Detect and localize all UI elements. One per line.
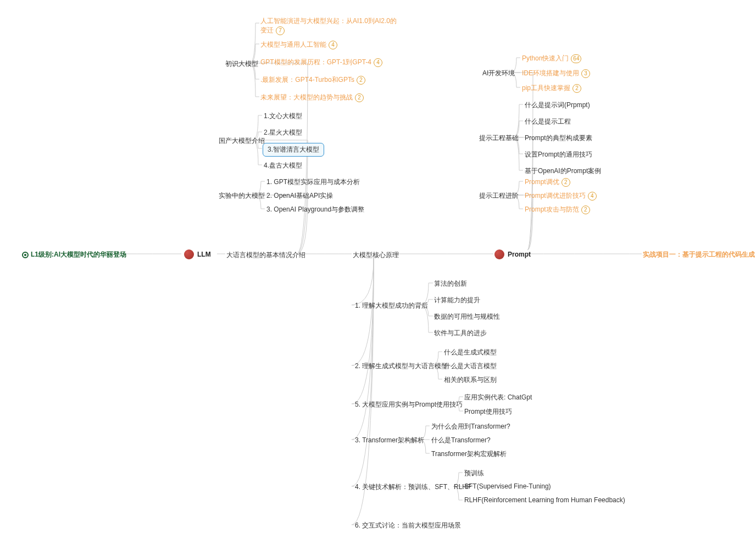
core-c3-leaf-0[interactable]: 为什么会用到Transformer? <box>431 422 510 431</box>
core-c1-leaf-1[interactable]: 计算能力的提升 <box>434 296 480 305</box>
br2-child-2-selected[interactable]: 3.智谱清言大模型 <box>263 143 324 157</box>
root-icon <box>22 252 29 258</box>
core-c5-leaf-1[interactable]: Prompt使用技巧 <box>464 407 512 417</box>
pb1-leaf-1[interactable]: 什么是提示工程 <box>525 117 571 126</box>
br1-child-0[interactable]: 人工智能演进与大模型兴起：从AI1.0到AI2.0的变迁7 <box>260 16 403 35</box>
br3-child-2[interactable]: 3. OpenAI Playground与参数调整 <box>266 205 364 214</box>
llm-subtitle[interactable]: 大语言模型的基本情况介绍 <box>226 251 305 260</box>
branch-domestic-llm[interactable]: 国产大模型介绍 <box>219 136 265 146</box>
core-child-2[interactable]: 2. 理解生成式模型与大语言模型 <box>355 362 448 371</box>
root-label: L1级别:AI大模型时代的华丽登场 <box>31 250 126 259</box>
br1-child-1[interactable]: 大模型与通用人工智能4 <box>260 40 337 49</box>
br1-child-3[interactable]: .最新发展：GPT4-Turbo和GPTs2 <box>260 75 365 85</box>
core-c5-leaf-0[interactable]: 应用实例代表: ChatGpt <box>464 393 532 402</box>
core-c1-leaf-3[interactable]: 软件与工具的进步 <box>434 329 487 338</box>
core-c2-leaf-2[interactable]: 相关的联系与区别 <box>444 375 497 385</box>
core-c4-leaf-2[interactable]: RLHF(Reinforcement Learning from Human F… <box>464 496 625 504</box>
br2-child-0[interactable]: 1.文心大模型 <box>264 112 302 121</box>
core-c2-leaf-1[interactable]: 什么是大语言模型 <box>444 362 497 371</box>
llm-logo-icon <box>184 249 194 259</box>
prompt-label: Prompt <box>508 251 531 258</box>
pb2-leaf-0[interactable]: Prompt调优2 <box>525 177 570 187</box>
pb2-leaf-2[interactable]: Prompt攻击与防范2 <box>525 205 590 214</box>
core-child-3[interactable]: 3. Transformer架构解析 <box>355 436 424 445</box>
llm-node[interactable]: LLM <box>184 249 211 259</box>
core-c4-leaf-1[interactable]: SFT(Supervised Fine-Tuning) <box>464 482 551 490</box>
pb1-leaf-0[interactable]: 什么是提示词(Prpmpt) <box>525 101 590 110</box>
prompt-node[interactable]: Prompt <box>494 249 531 259</box>
prompt-branch-basics[interactable]: 提示工程基础 <box>479 134 519 143</box>
br3-child-1[interactable]: 2. OpenAI基础API实操 <box>266 191 333 201</box>
core-child-4[interactable]: 4. 关键技术解析：预训练、SFT、RLHF <box>355 482 471 492</box>
pb2-leaf-1[interactable]: Prompt调优进阶技巧4 <box>525 191 597 201</box>
core-child-1[interactable]: 1. 理解大模型成功的背后 <box>355 301 428 310</box>
core-c3-leaf-1[interactable]: 什么是Transformer? <box>431 436 491 445</box>
project-node[interactable]: 实战项目一：基于提示工程的代码生成 <box>643 250 755 259</box>
core-child-5[interactable]: 5. 大模型应用实例与Prompt使用技巧 <box>355 400 463 409</box>
prompt-branch-env[interactable]: AI开发环境 <box>482 69 515 78</box>
prompt-logo-icon <box>494 249 504 259</box>
core-c1-leaf-2[interactable]: 数据的可用性与规模性 <box>434 312 500 321</box>
branch-experiment-llm[interactable]: 实验中的大模型 <box>219 191 265 201</box>
connector-lines <box>0 0 756 533</box>
prompt-branch-advanced[interactable]: 提示工程进阶 <box>479 191 519 201</box>
br1-child-2[interactable]: GPT模型的发展历程：GPT-1到GPT-44 <box>260 58 382 67</box>
br2-child-1[interactable]: 2.星火大模型 <box>264 128 302 137</box>
core-c4-leaf-0[interactable]: 预训练 <box>464 469 484 478</box>
core-c2-leaf-0[interactable]: 什么是生成式模型 <box>444 348 497 357</box>
pb1-leaf-4[interactable]: 基于OpenAI的Prompt案例 <box>525 166 601 176</box>
br3-child-0[interactable]: 1. GPT模型实际应用与成本分析 <box>266 177 360 187</box>
core-node[interactable]: 大模型核心原理 <box>353 251 399 260</box>
br2-child-3[interactable]: 4.盘古大模型 <box>264 161 302 170</box>
pb1-leaf-3[interactable]: 设置Prompt的通用技巧 <box>525 150 592 159</box>
pb0-leaf-0[interactable]: Python快速入门64 <box>522 54 581 63</box>
root-node[interactable]: L1级别:AI大模型时代的华丽登场 <box>22 250 126 259</box>
core-child-6[interactable]: 6. 交互式讨论：当前大模型应用场景 <box>355 521 461 530</box>
pb0-leaf-1[interactable]: IDE环境搭建与使用3 <box>522 69 590 78</box>
llm-label: LLM <box>197 251 211 258</box>
br1-child-4[interactable]: 未来展望：大模型的趋势与挑战2 <box>260 93 364 102</box>
pb0-leaf-2[interactable]: pip工具快速掌握2 <box>522 84 581 93</box>
core-c3-leaf-2[interactable]: Transformer架构宏观解析 <box>431 449 507 459</box>
branch-intro-llm[interactable]: 初识大模型 <box>225 59 258 69</box>
core-c1-leaf-0[interactable]: 算法的创新 <box>434 279 467 288</box>
pb1-leaf-2[interactable]: Prompt的典型构成要素 <box>525 134 592 143</box>
